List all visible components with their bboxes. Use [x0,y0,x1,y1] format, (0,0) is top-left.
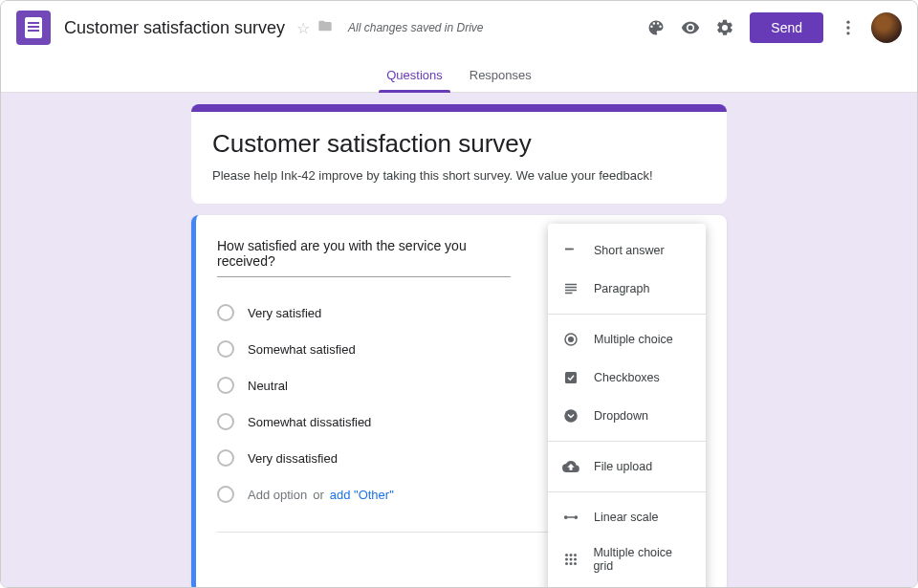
linear-scale-icon [561,508,580,527]
option-label[interactable]: Somewhat dissatisfied [248,415,371,429]
svg-point-0 [846,21,849,24]
form-title[interactable]: Customer satisfaction survey [212,129,706,159]
document-title[interactable]: Customer satisfaction survey [64,18,285,38]
menu-multiple-choice[interactable]: Multiple choice [548,320,706,359]
menu-divider [548,491,706,492]
more-icon[interactable] [831,11,865,45]
radio-icon [217,340,234,358]
menu-label: File upload [594,460,652,473]
folder-icon[interactable] [317,18,333,37]
star-icon[interactable]: ☆ [296,19,310,37]
menu-short-answer[interactable]: Short answer [548,231,706,270]
menu-checkboxes[interactable]: Checkboxes [548,359,706,397]
form-description[interactable]: Please help Ink-42 improve by taking thi… [212,168,706,183]
menu-label: Checkboxes [594,371,660,384]
short-answer-icon [561,241,580,260]
send-button[interactable]: Send [750,12,823,43]
tab-questions[interactable]: Questions [373,58,456,92]
svg-rect-5 [565,372,577,383]
svg-point-2 [846,32,849,34]
svg-point-7 [564,515,568,519]
palette-icon[interactable] [639,11,673,45]
question-type-menu: Short answer Paragraph Multiple choice C… [548,224,706,588]
svg-point-12 [574,554,577,556]
menu-mc-grid[interactable]: Multiple choice grid [548,536,706,582]
menu-divider [548,314,706,315]
svg-point-10 [565,554,568,556]
menu-label: Paragraph [594,282,649,295]
add-option-button[interactable]: Add option [248,488,307,502]
radio-icon [217,304,234,321]
menu-dropdown[interactable]: Dropdown [548,397,706,435]
menu-label: Dropdown [594,409,648,423]
svg-point-18 [574,562,577,565]
settings-icon[interactable] [708,11,742,45]
svg-rect-8 [567,516,575,518]
svg-point-14 [569,558,572,561]
tab-responses[interactable]: Responses [456,58,545,92]
svg-point-15 [574,558,577,561]
form-header-card[interactable]: Customer satisfaction survey Please help… [191,104,727,204]
app-header: Customer satisfaction survey ☆ All chang… [1,1,917,54]
svg-point-13 [565,558,568,561]
option-label[interactable]: Very satisfied [248,306,321,320]
menu-label: Multiple choice grid [593,546,692,573]
tabs-bar: Questions Responses [1,54,917,93]
cloud-upload-icon [561,457,580,476]
forms-logo[interactable] [16,11,51,45]
menu-paragraph[interactable]: Paragraph [548,270,706,308]
radio-icon [217,413,234,430]
option-label[interactable]: Somewhat satisfied [248,342,356,357]
avatar[interactable] [871,12,902,43]
grid-dots-icon [561,550,579,569]
menu-label: Multiple choice [594,333,673,346]
svg-point-11 [569,554,572,556]
radio-icon [217,486,234,503]
menu-divider [548,441,706,442]
radio-icon [217,377,234,394]
menu-label: Short answer [594,244,665,257]
paragraph-icon [561,279,580,298]
menu-file-upload[interactable]: File upload [548,447,706,486]
menu-label: Linear scale [594,511,658,524]
menu-checkbox-grid[interactable]: Checkbox grid [548,582,706,588]
svg-point-17 [569,562,572,565]
radio-icon [217,449,234,467]
or-text: or [313,488,324,502]
save-status: All changes saved in Drive [348,21,483,34]
question-title-input[interactable]: How satisfied are you with the service y… [217,234,511,277]
svg-point-1 [846,26,849,29]
menu-linear-scale[interactable]: Linear scale [548,498,706,536]
svg-point-4 [568,337,574,342]
checkbox-icon [561,368,580,387]
option-label[interactable]: Neutral [248,379,288,393]
form-canvas: Customer satisfaction survey Please help… [1,93,917,588]
add-other-button[interactable]: add "Other" [330,488,394,502]
svg-point-9 [574,515,578,519]
dropdown-icon [561,406,580,425]
svg-point-6 [564,409,578,423]
option-label[interactable]: Very dissatisfied [248,451,338,466]
radio-checked-icon [561,330,580,349]
preview-icon[interactable] [673,11,708,45]
svg-point-16 [565,562,568,565]
